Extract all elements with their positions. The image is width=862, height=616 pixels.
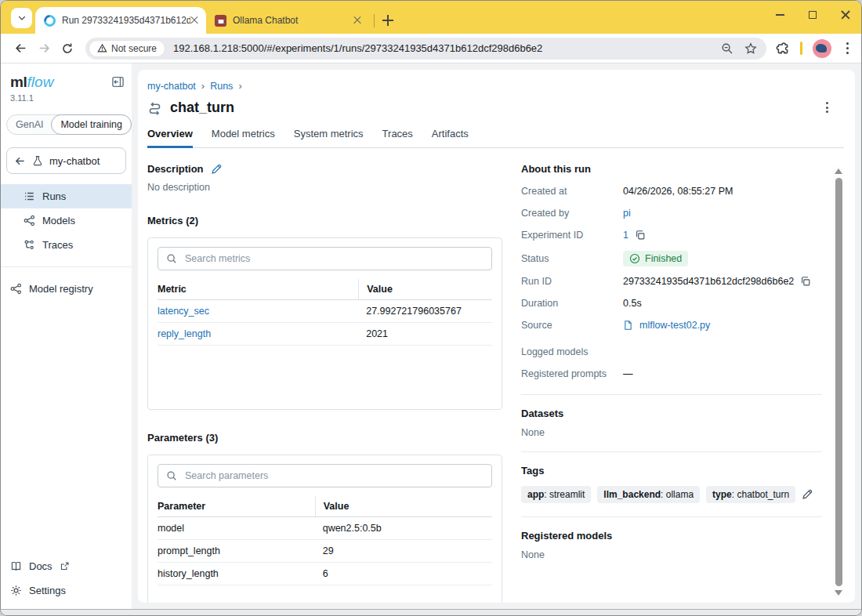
source-file-link[interactable]: mlflow-test02.py <box>639 320 710 331</box>
run-page: my-chatbot › Runs › chat_turn Overview M… <box>138 70 855 603</box>
toolbar-right <box>776 39 853 58</box>
parameter-name: prompt_length <box>158 540 315 562</box>
sidebar-item-model-registry[interactable]: Model registry <box>1 277 132 301</box>
created-at-value: 04/26/2026, 08:55:27 PM <box>623 185 822 198</box>
metric-name-link[interactable]: reply_length <box>158 323 358 345</box>
sidebar-item-runs[interactable]: Runs <box>1 184 132 208</box>
tab-traces[interactable]: Traces <box>382 128 413 147</box>
tab-close-icon[interactable] <box>353 16 361 24</box>
tab-artifacts[interactable]: Artifacts <box>432 128 469 147</box>
parameter-value: 29 <box>315 540 492 562</box>
sidebar-item-label: Traces <box>42 239 73 251</box>
minimize-button[interactable] <box>776 14 784 16</box>
mlflow-app: mlflow 3.11.1 GenAI Model training my-ch… <box>1 63 861 609</box>
security-chip[interactable]: Not secure <box>89 40 165 57</box>
tab-ollama-chatbot[interactable]: Ollama Chatbot <box>206 7 369 34</box>
tag-pill[interactable]: llm_backendollama <box>597 486 700 503</box>
address-bar[interactable]: Not secure 192.168.1.218:5000/#/experime… <box>85 38 766 60</box>
collapse-sidebar-icon[interactable] <box>111 75 125 89</box>
column-header[interactable]: Value <box>315 496 492 516</box>
column-header[interactable]: Metric <box>158 279 358 299</box>
section-divider <box>521 451 822 452</box>
forward-button[interactable] <box>32 37 56 60</box>
sidebar-item-label: Models <box>42 215 75 226</box>
registered-models-heading: Registered models <box>521 530 822 542</box>
run-id-value: 29733241935d4371b612dcf298d6b6e2 <box>623 276 794 287</box>
sidebar-item-models[interactable]: Models <box>1 208 132 233</box>
status-badge: Finished <box>623 251 688 266</box>
parameters-heading: Parameters (3) <box>147 432 502 444</box>
metrics-card: Metric Value latency_sec 27.992721796035… <box>147 237 502 410</box>
edit-tags-pencil-icon[interactable] <box>802 488 813 500</box>
column-header[interactable]: Parameter <box>158 496 315 516</box>
tags-heading: Tags <box>521 465 822 476</box>
sidebar-item-traces[interactable]: Traces <box>1 233 132 257</box>
browser-window: Run 29733241935d4371b612dc Ollama Chatbo… <box>0 0 862 616</box>
created-by-link[interactable]: pi <box>623 208 631 219</box>
edit-pencil-icon[interactable] <box>211 163 223 175</box>
new-tab-button[interactable] <box>382 15 393 26</box>
maximize-button[interactable] <box>809 11 817 19</box>
tag-pill[interactable]: appstreamlit <box>521 486 591 503</box>
back-button[interactable] <box>9 37 32 60</box>
experiment-id-link[interactable]: 1 <box>623 230 628 241</box>
experiment-name: my-chatbot <box>49 155 100 167</box>
experiment-beaker-icon <box>32 155 43 166</box>
sidebar-item-settings[interactable]: Settings <box>1 578 132 603</box>
tab-model-metrics[interactable]: Model metrics <box>212 128 275 147</box>
security-label: Not secure <box>111 43 157 54</box>
tab-mlflow-run[interactable]: Run 29733241935d4371b612dc <box>35 7 206 34</box>
sidebar-divider <box>1 266 132 267</box>
window-bottom-edge <box>1 609 861 615</box>
tags-row: appstreamlit llm_backendollama typechatb… <box>521 486 822 503</box>
about-label: Registered prompts <box>521 368 623 379</box>
tag-pill[interactable]: typechatbot_turn <box>706 486 795 503</box>
breadcrumb-runs-link[interactable]: Runs <box>210 81 233 92</box>
about-label: Run ID <box>521 276 623 287</box>
extensions-icon[interactable] <box>776 42 790 56</box>
run-menu-button[interactable] <box>821 99 833 116</box>
scroll-up-arrow[interactable] <box>835 168 842 174</box>
run-route-icon <box>147 100 162 115</box>
overview-scrollbar[interactable] <box>833 166 844 598</box>
parameters-search-input[interactable] <box>183 469 484 482</box>
toggle-model-training[interactable]: Model training <box>51 114 132 135</box>
tab-search-button[interactable] <box>11 8 32 28</box>
about-label: Created at <box>521 186 623 197</box>
description-empty-text: No description <box>147 182 502 193</box>
metrics-search-input[interactable] <box>183 252 484 265</box>
back-arrow-icon[interactable] <box>14 155 26 167</box>
scrollbar-thumb[interactable] <box>835 178 842 586</box>
scroll-down-arrow[interactable] <box>835 590 842 596</box>
column-header[interactable]: Value <box>358 279 492 299</box>
zoom-out-icon[interactable] <box>721 42 733 55</box>
tab-overview[interactable]: Overview <box>147 128 193 148</box>
runs-list-icon <box>24 190 35 202</box>
about-heading: About this run <box>521 163 822 175</box>
metrics-search[interactable] <box>158 247 492 270</box>
tab-close-icon[interactable] <box>190 16 198 24</box>
browser-menu-button[interactable] <box>842 39 853 56</box>
sidebar-item-docs[interactable]: Docs <box>1 554 132 578</box>
docs-book-icon <box>10 560 22 572</box>
table-row: latency_sec 27.992721796035767 <box>158 300 492 323</box>
profile-avatar[interactable] <box>813 39 831 58</box>
copy-icon[interactable] <box>800 276 811 287</box>
about-label: Duration <box>521 298 623 309</box>
bookmark-star-icon[interactable] <box>744 42 757 55</box>
reload-button[interactable] <box>56 37 79 60</box>
forward-arrow-icon <box>38 42 51 55</box>
breadcrumb-experiment-link[interactable]: my-chatbot <box>147 81 196 92</box>
close-button[interactable] <box>841 10 850 20</box>
window-controls <box>776 7 850 23</box>
parameters-card: Parameter Value model qwen2.5:0.5b promp… <box>147 455 502 603</box>
toggle-genai[interactable]: GenAI <box>7 115 52 134</box>
url-text[interactable]: 192.168.1.218:5000/#/experiments/1/runs/… <box>173 42 710 54</box>
tab-system-metrics[interactable]: System metrics <box>294 128 364 147</box>
copy-icon[interactable] <box>635 230 646 241</box>
parameters-search[interactable] <box>158 464 492 487</box>
metric-name-link[interactable]: latency_sec <box>158 300 358 322</box>
experiment-selector[interactable]: my-chatbot <box>6 147 126 174</box>
registry-network-icon <box>10 283 22 295</box>
datasets-empty-text: None <box>521 427 822 438</box>
